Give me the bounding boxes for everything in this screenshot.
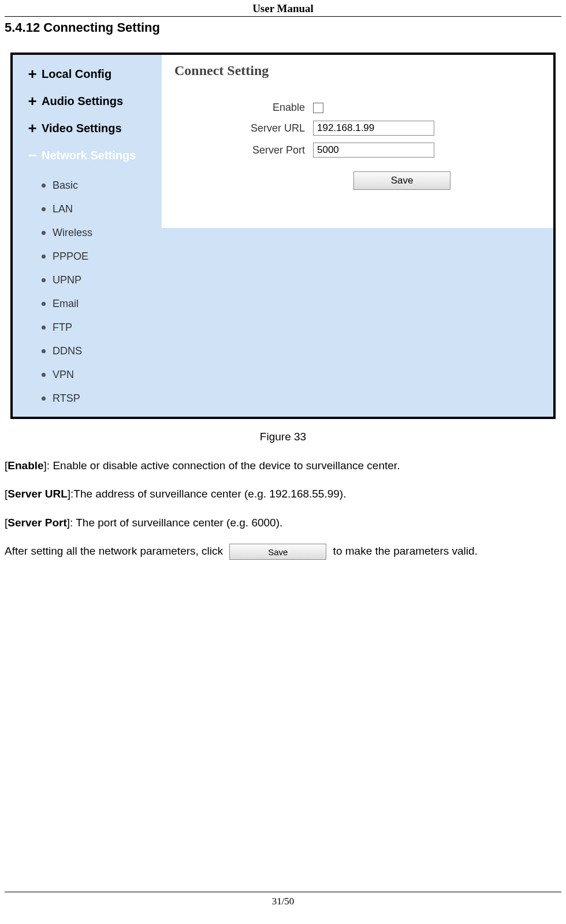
desc-port-key: Server Port bbox=[8, 517, 66, 529]
bullet-icon bbox=[42, 231, 46, 235]
desc-after: After setting all the network parameters… bbox=[5, 543, 561, 560]
bullet-icon bbox=[42, 373, 46, 377]
nav-label: Local Config bbox=[42, 68, 111, 81]
doc-header: User Manual bbox=[0, 0, 566, 16]
nav-label: Video Settings bbox=[42, 122, 122, 135]
enable-checkbox[interactable] bbox=[313, 103, 323, 113]
server-port-label: Server Port bbox=[174, 144, 313, 156]
bullet-icon bbox=[42, 207, 46, 211]
section-name: Connecting Setting bbox=[43, 20, 160, 35]
nav-sub-basic[interactable]: Basic bbox=[42, 174, 156, 197]
nav-sub-label: Basic bbox=[53, 179, 78, 192]
section-number: 5.4.12 bbox=[5, 20, 40, 35]
bullet-icon bbox=[42, 326, 46, 330]
desc-url-key: Server URL bbox=[8, 488, 68, 500]
row-server-url: Server URL bbox=[174, 121, 542, 136]
desc-enable-key: Enable bbox=[8, 459, 43, 472]
row-server-port: Server Port bbox=[174, 143, 542, 158]
bullet-icon bbox=[42, 184, 46, 188]
nav-network-settings[interactable]: −Network Settings bbox=[27, 147, 156, 164]
nav-sub-email[interactable]: Email bbox=[42, 292, 156, 316]
nav-sub-vpn[interactable]: VPN bbox=[42, 363, 156, 387]
row-enable: Enable bbox=[174, 102, 542, 114]
nav-video-settings[interactable]: +Video Settings bbox=[27, 119, 156, 137]
after-post: to make the parameters valid. bbox=[333, 545, 478, 557]
plus-icon: + bbox=[27, 92, 38, 110]
after-pre: After setting all the network parameters… bbox=[5, 545, 226, 557]
desc-enable: [Enable]: Enable or disable active conne… bbox=[5, 457, 561, 474]
nav-audio-settings[interactable]: +Audio Settings bbox=[27, 92, 156, 110]
bullet-icon bbox=[42, 278, 46, 282]
nav-sub-ip-email[interactable]: IP Email bbox=[42, 410, 156, 419]
nav-sub-pppoe[interactable]: PPPOE bbox=[42, 245, 156, 268]
desc-enable-text: ]: Enable or disable active connection o… bbox=[44, 459, 400, 472]
nav-label: Audio Settings bbox=[42, 95, 123, 108]
ui-screenshot: +Local Config +Audio Settings +Video Set… bbox=[10, 53, 556, 419]
plus-icon: + bbox=[27, 65, 38, 83]
save-button[interactable]: Save bbox=[353, 171, 450, 190]
desc-server-url: [Server URL]:The address of surveillance… bbox=[5, 485, 561, 502]
plus-icon: + bbox=[27, 119, 38, 137]
enable-label: Enable bbox=[174, 102, 313, 114]
sidebar: +Local Config +Audio Settings +Video Set… bbox=[13, 55, 162, 417]
nav-sub-ftp[interactable]: FTP bbox=[42, 316, 156, 339]
minus-icon: − bbox=[27, 147, 38, 164]
horizontal-rule bbox=[5, 16, 561, 17]
bullet-icon bbox=[42, 302, 46, 306]
nav-sub-label: DDNS bbox=[53, 345, 82, 357]
nav-local-config[interactable]: +Local Config bbox=[27, 65, 156, 83]
nav-sub-label: LAN bbox=[53, 203, 73, 215]
nav-sub-label: IP Email bbox=[53, 416, 91, 419]
desc-url-text: ]:The address of surveillance center (e.… bbox=[68, 488, 347, 500]
content-area: Connect Setting Enable Server URL Server… bbox=[162, 55, 553, 417]
nav-sub-wireless[interactable]: Wireless bbox=[42, 221, 156, 245]
bullet-icon bbox=[42, 255, 46, 259]
nav-sub-label: FTP bbox=[53, 321, 72, 334]
nav-sub-label: PPPOE bbox=[53, 250, 88, 263]
panel-title: Connect Setting bbox=[174, 63, 542, 78]
desc-port-text: ]: The port of surveillance center (e.g.… bbox=[67, 517, 283, 529]
inline-save-button[interactable]: Save bbox=[229, 544, 326, 560]
desc-server-port: [Server Port]: The port of surveillance … bbox=[5, 514, 561, 531]
nav-sub-ddns[interactable]: DDNS bbox=[42, 339, 156, 363]
server-url-label: Server URL bbox=[174, 122, 313, 134]
bullet-icon bbox=[42, 396, 46, 401]
nav-sub-label: Wireless bbox=[53, 227, 92, 239]
nav-sub-label: Email bbox=[53, 298, 79, 310]
nav-sub-lan[interactable]: LAN bbox=[42, 197, 156, 221]
nav-sub-rtsp[interactable]: RTSP bbox=[42, 387, 156, 410]
section-title: 5.4.12 Connecting Setting bbox=[5, 20, 561, 35]
nav-sub-label: UPNP bbox=[53, 274, 81, 286]
bullet-icon bbox=[42, 349, 46, 353]
nav-label: Network Settings bbox=[42, 149, 136, 162]
server-port-input[interactable] bbox=[313, 143, 434, 158]
nav-sub-label: VPN bbox=[53, 369, 74, 381]
nav-sub-upnp[interactable]: UPNP bbox=[42, 268, 156, 292]
content-panel: Connect Setting Enable Server URL Server… bbox=[162, 55, 553, 228]
figure-caption: Figure 33 bbox=[0, 431, 566, 443]
nav-sub-label: RTSP bbox=[53, 392, 80, 405]
server-url-input[interactable] bbox=[313, 121, 434, 136]
